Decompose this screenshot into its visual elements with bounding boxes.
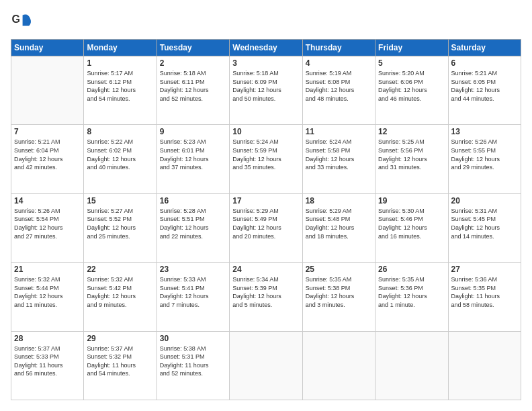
day-number: 5	[378, 58, 445, 68]
calendar-cell: 14Sunrise: 5:26 AM Sunset: 5:54 PM Dayli…	[11, 193, 84, 262]
calendar-cell: 1Sunrise: 5:17 AM Sunset: 6:12 PM Daylig…	[84, 56, 157, 125]
calendar-cell: 10Sunrise: 5:24 AM Sunset: 5:59 PM Dayli…	[230, 125, 302, 193]
calendar-cell: 22Sunrise: 5:32 AM Sunset: 5:42 PM Dayli…	[84, 263, 157, 331]
day-info: Sunrise: 5:17 AM Sunset: 6:12 PM Dayligh…	[87, 69, 153, 103]
header: G	[11, 11, 521, 32]
calendar-cell: 13Sunrise: 5:26 AM Sunset: 5:55 PM Dayli…	[448, 125, 521, 193]
calendar-cell	[448, 331, 521, 400]
calendar-cell: 28Sunrise: 5:37 AM Sunset: 5:33 PM Dayli…	[11, 331, 84, 400]
day-number: 10	[232, 127, 299, 136]
calendar-cell: 18Sunrise: 5:29 AM Sunset: 5:48 PM Dayli…	[302, 193, 375, 262]
day-info: Sunrise: 5:19 AM Sunset: 6:08 PM Dayligh…	[306, 69, 372, 103]
day-number: 11	[306, 127, 372, 136]
day-info: Sunrise: 5:33 AM Sunset: 5:41 PM Dayligh…	[160, 275, 226, 309]
calendar-week-1: 7Sunrise: 5:21 AM Sunset: 6:04 PM Daylig…	[11, 125, 521, 193]
calendar-cell: 25Sunrise: 5:35 AM Sunset: 5:38 PM Dayli…	[302, 263, 375, 331]
day-number: 23	[160, 265, 226, 274]
svg-text:G: G	[12, 13, 20, 25]
day-info: Sunrise: 5:37 AM Sunset: 5:32 PM Dayligh…	[87, 345, 153, 378]
day-info: Sunrise: 5:20 AM Sunset: 6:06 PM Dayligh…	[378, 69, 445, 103]
day-number: 29	[87, 334, 153, 343]
calendar-cell: 15Sunrise: 5:27 AM Sunset: 5:52 PM Dayli…	[84, 193, 157, 262]
day-info: Sunrise: 5:31 AM Sunset: 5:45 PM Dayligh…	[451, 207, 518, 240]
day-number: 12	[378, 127, 445, 136]
calendar-cell: 19Sunrise: 5:30 AM Sunset: 5:46 PM Dayli…	[375, 193, 448, 262]
day-info: Sunrise: 5:24 AM Sunset: 5:58 PM Dayligh…	[306, 138, 372, 171]
day-info: Sunrise: 5:24 AM Sunset: 5:59 PM Dayligh…	[232, 138, 299, 171]
calendar-cell: 20Sunrise: 5:31 AM Sunset: 5:45 PM Dayli…	[448, 193, 521, 262]
calendar-cell	[375, 331, 448, 400]
calendar-cell: 17Sunrise: 5:29 AM Sunset: 5:49 PM Dayli…	[230, 193, 302, 262]
day-info: Sunrise: 5:26 AM Sunset: 5:54 PM Dayligh…	[14, 207, 81, 240]
day-info: Sunrise: 5:38 AM Sunset: 5:31 PM Dayligh…	[160, 345, 226, 378]
calendar-week-3: 21Sunrise: 5:32 AM Sunset: 5:44 PM Dayli…	[11, 263, 521, 331]
day-number: 6	[451, 58, 518, 68]
calendar-cell: 29Sunrise: 5:37 AM Sunset: 5:32 PM Dayli…	[84, 331, 157, 400]
day-info: Sunrise: 5:22 AM Sunset: 6:02 PM Dayligh…	[87, 138, 153, 171]
calendar-cell: 16Sunrise: 5:28 AM Sunset: 5:51 PM Dayli…	[157, 193, 229, 262]
day-number: 3	[232, 58, 299, 68]
calendar-cell	[230, 331, 302, 400]
day-number: 24	[232, 265, 299, 274]
weekday-sunday: Sunday	[11, 40, 84, 56]
day-info: Sunrise: 5:35 AM Sunset: 5:38 PM Dayligh…	[306, 275, 372, 309]
day-number: 18	[306, 196, 372, 205]
calendar-page: G SundayMondayTuesdayWednesdayThursdayFr…	[0, 0, 532, 411]
day-number: 17	[232, 196, 299, 205]
day-number: 30	[160, 334, 226, 343]
day-info: Sunrise: 5:18 AM Sunset: 6:09 PM Dayligh…	[232, 69, 299, 103]
calendar-cell: 9Sunrise: 5:23 AM Sunset: 6:01 PM Daylig…	[157, 125, 229, 193]
day-info: Sunrise: 5:28 AM Sunset: 5:51 PM Dayligh…	[160, 207, 226, 240]
day-number: 21	[14, 265, 81, 274]
weekday-thursday: Thursday	[302, 40, 375, 56]
day-info: Sunrise: 5:21 AM Sunset: 6:04 PM Dayligh…	[14, 138, 81, 171]
day-info: Sunrise: 5:29 AM Sunset: 5:49 PM Dayligh…	[232, 207, 299, 240]
day-info: Sunrise: 5:32 AM Sunset: 5:42 PM Dayligh…	[87, 275, 153, 309]
calendar-cell	[11, 56, 84, 125]
day-number: 14	[14, 196, 81, 205]
calendar-cell: 5Sunrise: 5:20 AM Sunset: 6:06 PM Daylig…	[375, 56, 448, 125]
calendar-cell: 7Sunrise: 5:21 AM Sunset: 6:04 PM Daylig…	[11, 125, 84, 193]
day-info: Sunrise: 5:23 AM Sunset: 6:01 PM Dayligh…	[160, 138, 226, 171]
day-number: 25	[306, 265, 372, 274]
day-info: Sunrise: 5:21 AM Sunset: 6:05 PM Dayligh…	[451, 69, 518, 103]
calendar-cell: 27Sunrise: 5:36 AM Sunset: 5:35 PM Dayli…	[448, 263, 521, 331]
weekday-header-row: SundayMondayTuesdayWednesdayThursdayFrid…	[11, 40, 521, 56]
calendar-cell: 24Sunrise: 5:34 AM Sunset: 5:39 PM Dayli…	[230, 263, 302, 331]
day-number: 22	[87, 265, 153, 274]
day-info: Sunrise: 5:37 AM Sunset: 5:33 PM Dayligh…	[14, 345, 81, 378]
day-number: 16	[160, 196, 226, 205]
day-number: 15	[87, 196, 153, 205]
calendar-cell: 8Sunrise: 5:22 AM Sunset: 6:02 PM Daylig…	[84, 125, 157, 193]
day-info: Sunrise: 5:36 AM Sunset: 5:35 PM Dayligh…	[451, 275, 518, 309]
day-number: 7	[14, 127, 81, 136]
calendar-table: SundayMondayTuesdayWednesdayThursdayFrid…	[11, 39, 521, 400]
calendar-cell: 26Sunrise: 5:35 AM Sunset: 5:36 PM Dayli…	[375, 263, 448, 331]
logo-icon: G	[11, 11, 32, 32]
calendar-cell: 3Sunrise: 5:18 AM Sunset: 6:09 PM Daylig…	[230, 56, 302, 125]
weekday-wednesday: Wednesday	[230, 40, 302, 56]
weekday-tuesday: Tuesday	[157, 40, 229, 56]
day-number: 28	[14, 334, 81, 343]
day-number: 19	[378, 196, 445, 205]
day-number: 4	[306, 58, 372, 68]
day-number: 27	[451, 265, 518, 274]
calendar-cell: 2Sunrise: 5:18 AM Sunset: 6:11 PM Daylig…	[157, 56, 229, 125]
calendar-cell: 12Sunrise: 5:25 AM Sunset: 5:56 PM Dayli…	[375, 125, 448, 193]
calendar-week-2: 14Sunrise: 5:26 AM Sunset: 5:54 PM Dayli…	[11, 193, 521, 262]
day-info: Sunrise: 5:30 AM Sunset: 5:46 PM Dayligh…	[378, 207, 445, 240]
day-info: Sunrise: 5:26 AM Sunset: 5:55 PM Dayligh…	[451, 138, 518, 171]
weekday-friday: Friday	[375, 40, 448, 56]
day-info: Sunrise: 5:35 AM Sunset: 5:36 PM Dayligh…	[378, 275, 445, 309]
calendar-cell: 4Sunrise: 5:19 AM Sunset: 6:08 PM Daylig…	[302, 56, 375, 125]
day-number: 8	[87, 127, 153, 136]
day-number: 13	[451, 127, 518, 136]
day-number: 1	[87, 58, 153, 68]
day-number: 20	[451, 196, 518, 205]
calendar-cell: 21Sunrise: 5:32 AM Sunset: 5:44 PM Dayli…	[11, 263, 84, 331]
weekday-saturday: Saturday	[448, 40, 521, 56]
calendar-cell: 6Sunrise: 5:21 AM Sunset: 6:05 PM Daylig…	[448, 56, 521, 125]
day-info: Sunrise: 5:27 AM Sunset: 5:52 PM Dayligh…	[87, 207, 153, 240]
calendar-week-0: 1Sunrise: 5:17 AM Sunset: 6:12 PM Daylig…	[11, 56, 521, 125]
calendar-cell: 30Sunrise: 5:38 AM Sunset: 5:31 PM Dayli…	[157, 331, 229, 400]
